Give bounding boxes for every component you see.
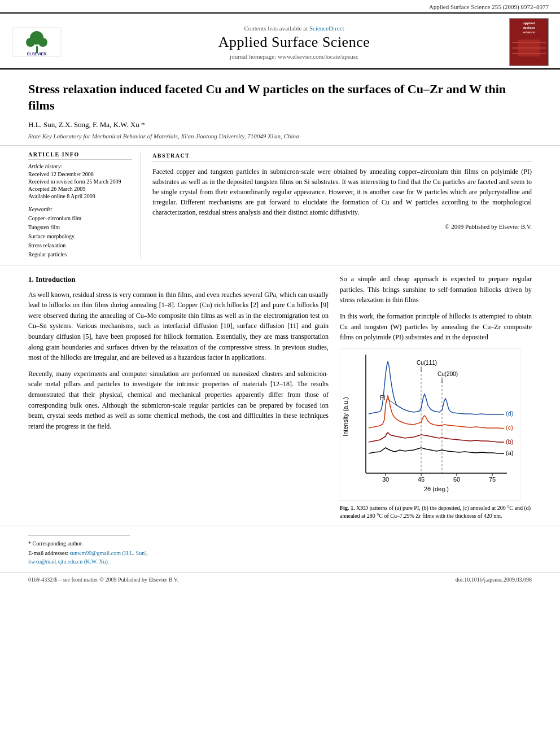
svg-text:(a): (a) bbox=[506, 449, 513, 456]
article-info-title: ARTICLE INFO bbox=[28, 151, 132, 160]
abstract-title: ABSTRACT bbox=[152, 151, 532, 162]
keyword-1: Copper–zirconium film bbox=[28, 214, 132, 223]
page: Applied Surface Science 255 (2009) 8972–… bbox=[0, 0, 560, 747]
journal-homepage: journal homepage: www.elsevier.com/locat… bbox=[85, 53, 504, 60]
section-title-text: Introduction bbox=[36, 275, 76, 283]
figure-caption-text: XRD patterns of (a) pure PI, (b) the dep… bbox=[340, 505, 531, 519]
elsevier-logo-svg: ELSEVIER bbox=[11, 27, 62, 58]
journal-cover: applied surface science bbox=[509, 18, 549, 66]
introduction-heading: 1. Introduction bbox=[28, 274, 329, 285]
journal-banner: ELSEVIER Contents lists available at Sci… bbox=[0, 14, 560, 70]
intro-paragraph-2: Recently, many experiments and computer … bbox=[28, 369, 329, 432]
svg-rect-10 bbox=[518, 40, 540, 56]
svg-text:Cu(111): Cu(111) bbox=[417, 360, 437, 366]
article-footer: * Corresponding author. E-mail addresses… bbox=[0, 526, 560, 573]
corresponding-author: * Corresponding author. bbox=[28, 539, 532, 548]
keyword-3: Surface morphology bbox=[28, 232, 132, 241]
main-content: 1. Introduction As well known, residual … bbox=[0, 265, 560, 526]
available-date: Available online 8 April 2009 bbox=[28, 193, 132, 199]
journal-title: Applied Surface Science bbox=[85, 34, 504, 51]
copyright: © 2009 Published by Elsevier B.V. bbox=[152, 222, 532, 231]
article-affiliation: State Key Laboratory for Mechanical Beha… bbox=[28, 133, 532, 139]
svg-text:ELSEVIER: ELSEVIER bbox=[27, 52, 47, 56]
svg-text:Cu(200): Cu(200) bbox=[438, 371, 458, 377]
svg-rect-11 bbox=[340, 349, 515, 496]
journal-center: Contents lists available at ScienceDirec… bbox=[79, 25, 509, 60]
accepted-date: Accepted 26 March 2009 bbox=[28, 186, 132, 192]
article-info-abstract: ARTICLE INFO Article history: Received 1… bbox=[0, 146, 560, 265]
svg-text:75: 75 bbox=[489, 476, 496, 483]
intro-paragraph-4: In this work, the formation principle of… bbox=[340, 311, 532, 343]
elsevier-logo: ELSEVIER bbox=[11, 27, 79, 58]
svg-text:30: 30 bbox=[382, 476, 389, 483]
right-column: So a simple and cheap approach is expect… bbox=[340, 274, 532, 520]
journal-header: Applied Surface Science 255 (2009) 8972–… bbox=[0, 0, 560, 14]
section-number: 1. bbox=[28, 275, 34, 283]
sciencedirect-link[interactable]: ScienceDirect bbox=[309, 25, 344, 32]
article-authors: H.L. Sun, Z.X. Song, F. Ma, K.W. Xu * bbox=[28, 120, 532, 129]
svg-text:(d): (d) bbox=[506, 410, 513, 417]
article-header: Stress relaxation induced faceted Cu and… bbox=[0, 70, 560, 146]
received-date-1: Received 12 December 2008 bbox=[28, 171, 132, 177]
figure-caption-bold: Fig. 1. bbox=[340, 505, 355, 511]
xrd-chart-svg: 30 45 60 75 2θ (deg.) Intensity (a.u.) bbox=[340, 349, 515, 496]
article-info-column: ARTICLE INFO Article history: Received 1… bbox=[28, 151, 141, 259]
contents-available: Contents lists available at ScienceDirec… bbox=[85, 25, 504, 32]
keywords-list: Copper–zirconium film Tungsten film Surf… bbox=[28, 214, 132, 259]
intro-paragraph-3: So a simple and cheap approach is expect… bbox=[340, 274, 532, 305]
svg-text:(b): (b) bbox=[506, 438, 513, 445]
cover-label-applied: applied bbox=[523, 21, 535, 25]
keywords-label: Keywords: bbox=[28, 206, 132, 212]
keyword-2: Tungsten film bbox=[28, 223, 132, 232]
svg-text:Intensity (a.u.): Intensity (a.u.) bbox=[342, 397, 349, 436]
abstract-column: ABSTRACT Faceted copper and tungsten par… bbox=[152, 151, 532, 259]
article-title: Stress relaxation induced faceted Cu and… bbox=[28, 81, 532, 113]
svg-text:(c): (c) bbox=[506, 424, 513, 431]
intro-paragraph-1: As well known, residual stress is very c… bbox=[28, 290, 329, 363]
svg-text:2θ (deg.): 2θ (deg.) bbox=[424, 486, 449, 492]
svg-point-4 bbox=[38, 38, 47, 47]
cover-label-science: science bbox=[523, 30, 535, 34]
svg-text:60: 60 bbox=[453, 476, 460, 483]
introduction-column: 1. Introduction As well known, residual … bbox=[28, 274, 329, 520]
email-1[interactable]: sunwm99@gmail.com (H.L. Sun), bbox=[69, 550, 148, 556]
email-label: E-mail addresses: sunwm99@gmail.com (H.L… bbox=[28, 549, 532, 566]
email-2: kwxu@mail.xjtu.edu.cn (K.W. Xu). bbox=[28, 558, 109, 565]
abstract-text: Faceted copper and tungsten particles in… bbox=[152, 167, 532, 217]
doi: doi:10.1016/j.apsusc.2009.03.098 bbox=[456, 576, 532, 583]
keyword-5: Regular particles bbox=[28, 250, 132, 259]
received-date-2: Received in revised form 25 March 2009 bbox=[28, 178, 132, 185]
bottom-bar: 0169-4332/$ – see front matter © 2009 Pu… bbox=[0, 573, 560, 586]
keyword-4: Stress relaxation bbox=[28, 241, 132, 250]
svg-point-3 bbox=[26, 38, 35, 47]
footnote-divider bbox=[28, 535, 130, 536]
xrd-chart-container: 30 45 60 75 2θ (deg.) Intensity (a.u.) bbox=[340, 348, 520, 501]
history-label: Article history: bbox=[28, 163, 132, 169]
figure-caption: Fig. 1. XRD patterns of (a) pure PI, (b)… bbox=[340, 504, 532, 520]
cover-image bbox=[512, 37, 546, 59]
svg-text:45: 45 bbox=[418, 476, 425, 483]
issn-copyright: 0169-4332/$ – see front matter © 2009 Pu… bbox=[28, 576, 178, 583]
journal-reference: Applied Surface Science 255 (2009) 8972–… bbox=[280, 3, 549, 10]
cover-label-surface: surface bbox=[523, 25, 535, 30]
